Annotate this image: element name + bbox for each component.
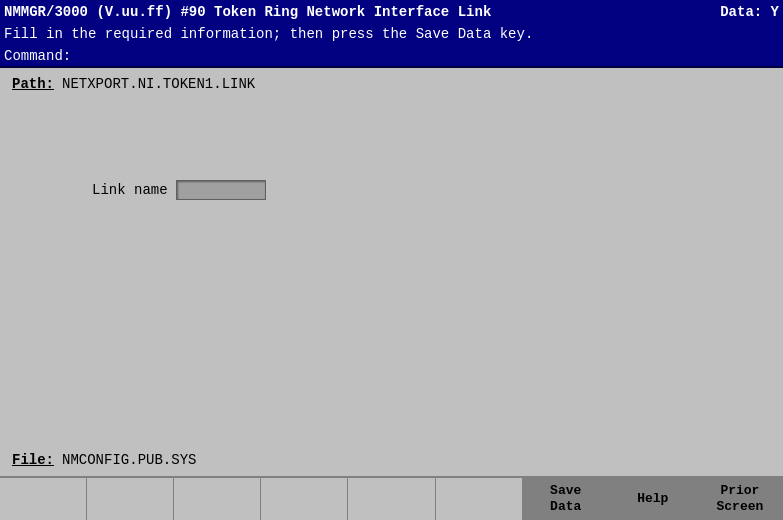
command-bar: Command: <box>0 46 783 68</box>
path-line: Path: NETXPORT.NI.TOKEN1.LINK <box>12 76 771 92</box>
fkey-6[interactable] <box>436 478 523 520</box>
screen: NMMGR/3000 (V.uu.ff) #90 Token Ring Netw… <box>0 0 783 520</box>
fkey-bar: SaveData Help PriorScreen <box>0 476 783 520</box>
header-title: NMMGR/3000 (V.uu.ff) #90 Token Ring Netw… <box>4 4 491 20</box>
command-label: Command: <box>4 48 71 64</box>
link-name-input[interactable] <box>179 182 263 198</box>
path-value: NETXPORT.NI.TOKEN1.LINK <box>62 76 255 92</box>
fkey-5[interactable] <box>348 478 435 520</box>
link-name-input-box[interactable] <box>176 180 266 200</box>
fkey-save-data[interactable]: SaveData <box>523 478 610 520</box>
instruction-bar: Fill in the required information; then p… <box>0 24 783 46</box>
file-line: File: NMCONFIG.PUB.SYS <box>12 452 196 468</box>
path-label: Path: <box>12 76 54 92</box>
file-value: NMCONFIG.PUB.SYS <box>62 452 196 468</box>
header-data: Data: Y <box>720 4 779 20</box>
fkey-help[interactable]: Help <box>610 478 697 520</box>
fkey-prior-screen[interactable]: PriorScreen <box>697 478 783 520</box>
link-name-section: Link name <box>92 180 771 200</box>
main-content: Path: NETXPORT.NI.TOKEN1.LINK Link name … <box>0 68 783 476</box>
fkey-1[interactable] <box>0 478 87 520</box>
fkey-3[interactable] <box>174 478 261 520</box>
instruction-text: Fill in the required information; then p… <box>4 26 533 42</box>
fkey-2[interactable] <box>87 478 174 520</box>
fkey-4[interactable] <box>261 478 348 520</box>
header-bar: NMMGR/3000 (V.uu.ff) #90 Token Ring Netw… <box>0 0 783 24</box>
file-label: File: <box>12 452 54 468</box>
link-name-label: Link name <box>92 182 168 198</box>
